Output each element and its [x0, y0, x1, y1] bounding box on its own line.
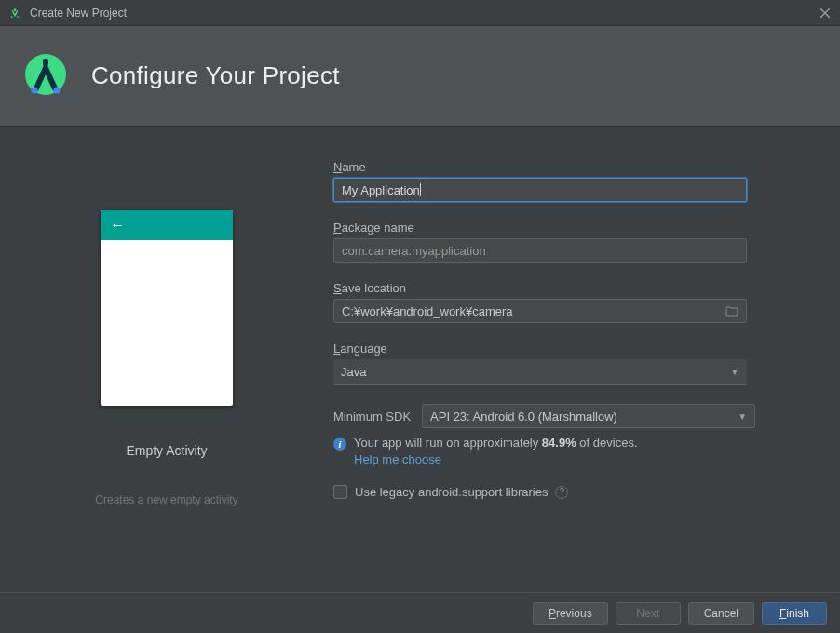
language-value: Java [341, 365, 366, 379]
svg-point-7 [32, 88, 38, 94]
main-content: ← Empty Activity Creates a new empty act… [0, 127, 840, 592]
save-location-value: C:¥work¥android_work¥camera [342, 304, 513, 318]
sdk-info: i Your app will run on approximately 84.… [333, 436, 803, 451]
package-input[interactable]: com.camera.myapplication [333, 238, 747, 263]
back-arrow-icon: ← [110, 218, 125, 233]
save-location-label: Save location [333, 281, 803, 295]
android-studio-logo-icon [22, 51, 69, 101]
chevron-down-icon: ▼ [730, 367, 739, 377]
help-icon[interactable]: ? [555, 486, 568, 499]
svg-point-2 [17, 16, 19, 18]
next-button: Next [616, 602, 681, 625]
template-title: Empty Activity [126, 443, 207, 458]
field-package: Package name com.camera.myapplication [333, 221, 803, 263]
window-title: Create New Project [30, 7, 127, 20]
package-label: Package name [333, 221, 803, 235]
info-icon: i [333, 438, 346, 451]
info-text-prefix: Your app will run on approximately [354, 436, 542, 450]
language-label: Language [333, 342, 803, 356]
banner: Configure Your Project [0, 26, 840, 127]
legacy-checkbox[interactable] [333, 485, 347, 499]
field-name: Name My Application [333, 160, 803, 202]
svg-rect-6 [43, 59, 48, 66]
browse-folder-icon[interactable] [724, 303, 740, 318]
name-input-value: My Application [342, 183, 420, 197]
chevron-down-icon: ▼ [738, 411, 747, 422]
finish-button[interactable]: Finish [762, 602, 827, 625]
footer: Previous Next Cancel Finish [0, 592, 840, 633]
info-percent: 84.9% [542, 436, 576, 450]
svg-point-0 [14, 8, 17, 11]
save-location-input[interactable]: C:¥work¥android_work¥camera [333, 299, 747, 323]
field-language: Language Java ▼ [333, 342, 803, 385]
field-save-location: Save location C:¥work¥android_work¥camer… [333, 281, 803, 323]
titlebar: Create New Project [0, 0, 840, 26]
preview-app-bar: ← [101, 210, 233, 240]
close-icon[interactable] [818, 6, 833, 20]
android-studio-icon [7, 6, 22, 20]
legacy-label: Use legacy android.support libraries [355, 485, 548, 499]
template-preview: ← [101, 210, 233, 406]
name-label: Name [333, 160, 803, 174]
svg-point-1 [11, 16, 13, 18]
min-sdk-label: Minimum SDK [333, 410, 411, 424]
package-input-value: com.camera.myapplication [342, 244, 486, 258]
svg-point-8 [54, 88, 61, 94]
min-sdk-value: API 23: Android 6.0 (Marshmallow) [430, 410, 617, 424]
template-description: Creates a new empty activity [95, 493, 237, 506]
language-select[interactable]: Java ▼ [333, 359, 747, 385]
min-sdk-select[interactable]: API 23: Android 6.0 (Marshmallow) ▼ [422, 404, 755, 428]
preview-column: ← Empty Activity Creates a new empty act… [0, 127, 333, 592]
previous-button[interactable]: Previous [533, 602, 608, 625]
info-text-suffix: of devices. [576, 436, 638, 450]
help-me-choose-link[interactable]: Help me choose [354, 452, 441, 466]
legacy-libraries-row: Use legacy android.support libraries ? [333, 485, 803, 499]
page-title: Configure Your Project [91, 61, 340, 90]
cancel-button[interactable]: Cancel [688, 602, 754, 625]
field-min-sdk: Minimum SDK API 23: Android 6.0 (Marshma… [333, 404, 803, 466]
form-column: Name My Application Package name com.cam… [333, 127, 840, 592]
name-input[interactable]: My Application [333, 178, 747, 202]
